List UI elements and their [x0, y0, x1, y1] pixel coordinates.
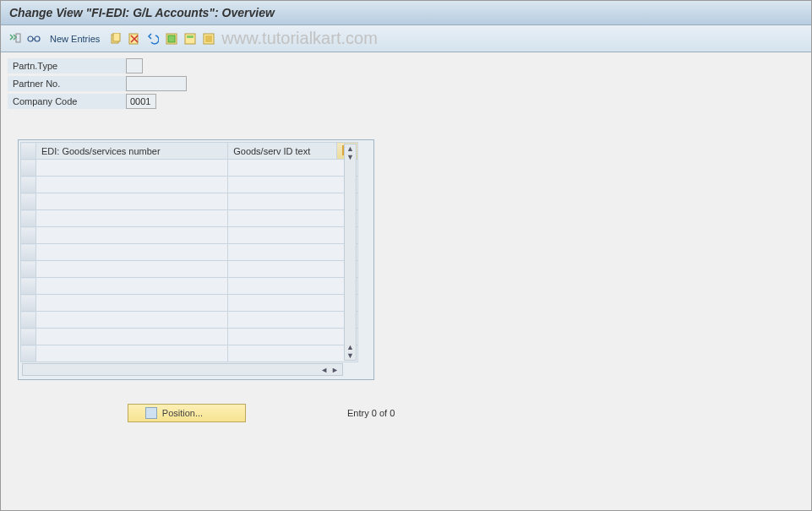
cell-goods-text[interactable] — [228, 160, 358, 177]
table-row[interactable] — [21, 345, 358, 362]
vertical-scrollbar[interactable]: ▲ ▼ ▲ ▼ — [344, 144, 357, 361]
cell-goods-text[interactable] — [228, 193, 358, 210]
copy-icon[interactable] — [108, 31, 123, 46]
row-selector[interactable] — [21, 227, 36, 244]
scroll-left-icon[interactable]: ◄ — [320, 366, 328, 374]
undo-icon[interactable] — [145, 31, 161, 46]
select-all-icon[interactable] — [164, 31, 179, 46]
cell-goods-text[interactable] — [228, 210, 358, 227]
table-row[interactable] — [21, 227, 358, 244]
row-selector[interactable] — [21, 244, 36, 261]
cell-goods-number[interactable] — [36, 227, 228, 244]
scroll-up-icon-lower[interactable]: ▲ — [346, 343, 354, 351]
svg-rect-4 — [113, 33, 120, 41]
company-code-input[interactable] — [126, 94, 156, 109]
cell-goods-text[interactable] — [228, 261, 358, 278]
row-selector[interactable] — [21, 278, 36, 295]
cell-goods-text[interactable] — [228, 227, 358, 244]
cell-goods-number[interactable] — [36, 261, 228, 278]
scroll-up-icon[interactable]: ▲ — [346, 144, 354, 153]
cell-goods-number[interactable] — [36, 295, 228, 312]
deselect-all-icon[interactable] — [201, 31, 216, 46]
svg-rect-7 — [168, 35, 175, 42]
svg-rect-9 — [187, 35, 193, 38]
cell-goods-text[interactable] — [228, 177, 358, 193]
col-goods-number[interactable]: EDI: Goods/services number — [36, 143, 228, 160]
cell-goods-text[interactable] — [228, 329, 358, 345]
cell-goods-number[interactable] — [36, 177, 228, 193]
cell-goods-text[interactable] — [228, 295, 358, 312]
row-selector[interactable] — [21, 329, 36, 345]
cell-goods-number[interactable] — [36, 160, 228, 177]
row-selector[interactable] — [21, 160, 36, 177]
title-bar: Change View "FI-EDI: G/L Accounts": Over… — [1, 1, 811, 25]
gl-accounts-table: EDI: Goods/services number Goods/serv ID… — [20, 142, 358, 362]
svg-point-1 — [28, 36, 33, 41]
row-selector[interactable] — [21, 177, 36, 193]
cell-goods-text[interactable] — [228, 244, 358, 261]
header-form: Partn.Type Partner No. Company Code — [1, 52, 811, 116]
table-row[interactable] — [21, 193, 358, 210]
company-code-label: Company Code — [8, 94, 126, 109]
partner-no-label: Partner No. — [8, 76, 126, 91]
row-selector[interactable] — [21, 312, 36, 329]
partn-type-label: Partn.Type — [8, 58, 126, 73]
svg-rect-0 — [16, 34, 20, 42]
new-entries-button[interactable]: New Entries — [45, 34, 105, 44]
scroll-right-icon[interactable]: ► — [331, 366, 339, 374]
table-row[interactable] — [21, 295, 358, 312]
table-row[interactable] — [21, 261, 358, 278]
col-goods-text[interactable]: Goods/serv ID text — [228, 143, 337, 160]
scroll-down-icon-upper[interactable]: ▼ — [346, 153, 354, 161]
row-selector[interactable] — [21, 261, 36, 278]
row-selector[interactable] — [21, 193, 36, 210]
row-selector[interactable] — [21, 345, 36, 362]
table-row[interactable] — [21, 312, 358, 329]
cell-goods-number[interactable] — [36, 329, 228, 345]
table-row[interactable] — [21, 244, 358, 261]
row-selector[interactable] — [21, 295, 36, 312]
svg-rect-11 — [205, 35, 212, 42]
position-button[interactable]: Position... — [128, 404, 246, 422]
cell-goods-number[interactable] — [36, 345, 228, 362]
svg-point-2 — [35, 36, 40, 41]
cell-goods-text[interactable] — [228, 345, 358, 362]
position-label: Position... — [162, 408, 203, 418]
footer-row: Position... Entry 0 of 0 — [128, 404, 811, 422]
cell-goods-text[interactable] — [228, 278, 358, 295]
cell-goods-text[interactable] — [228, 312, 358, 329]
table-row[interactable] — [21, 177, 358, 193]
table-row[interactable] — [21, 329, 358, 345]
partn-type-input[interactable] — [126, 58, 143, 73]
delete-icon[interactable] — [127, 31, 142, 46]
cell-goods-number[interactable] — [36, 312, 228, 329]
partner-no-input[interactable] — [126, 76, 187, 91]
table-row[interactable] — [21, 210, 358, 227]
glasses-icon[interactable] — [26, 31, 41, 46]
entry-count-text: Entry 0 of 0 — [347, 408, 395, 418]
horizontal-scrollbar[interactable]: ◄ ► — [22, 363, 343, 376]
table-row[interactable] — [21, 278, 358, 295]
position-icon — [145, 407, 157, 419]
table-container: EDI: Goods/services number Goods/serv ID… — [18, 139, 374, 380]
toolbar: New Entries www.tutorialkart.com — [1, 25, 811, 52]
cell-goods-number[interactable] — [36, 210, 228, 227]
select-block-icon[interactable] — [183, 31, 198, 46]
cell-goods-number[interactable] — [36, 193, 228, 210]
table-corner[interactable] — [21, 143, 36, 160]
watermark-text: www.tutorialkart.com — [221, 29, 378, 48]
cell-goods-number[interactable] — [36, 278, 228, 295]
cell-goods-number[interactable] — [36, 244, 228, 261]
table-row[interactable] — [21, 160, 358, 177]
row-selector[interactable] — [21, 210, 36, 227]
toggle-icon[interactable] — [8, 31, 23, 46]
page-title: Change View "FI-EDI: G/L Accounts": Over… — [9, 6, 803, 19]
svg-rect-8 — [185, 34, 195, 44]
scroll-down-icon[interactable]: ▼ — [346, 351, 354, 360]
